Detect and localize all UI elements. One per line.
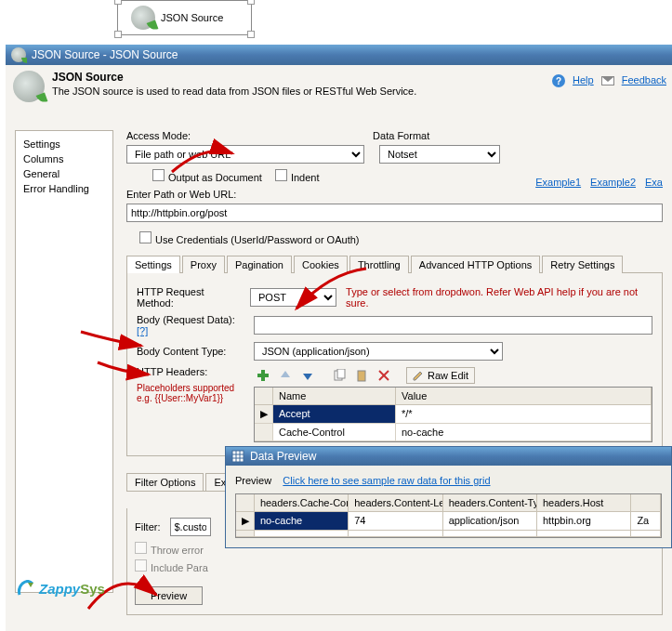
data-format-label: Data Format xyxy=(373,130,429,141)
json-source-icon xyxy=(13,71,45,102)
body-input xyxy=(254,316,652,335)
sidebar-item-error-handling[interactable]: Error Handling xyxy=(20,181,109,196)
feedback-link[interactable]: Feedback xyxy=(622,74,666,87)
preview-titlebar: Data Preview xyxy=(226,447,671,466)
pencil-icon xyxy=(413,370,424,381)
svg-rect-1 xyxy=(257,374,269,377)
help-link[interactable]: Help xyxy=(573,74,594,87)
filter-input[interactable] xyxy=(170,518,211,536)
example1-link[interactable]: Example1 xyxy=(535,177,581,188)
preview-button[interactable]: Preview xyxy=(135,586,203,605)
tab-retry[interactable]: Retry Settings xyxy=(542,256,623,273)
tab-advanced-http[interactable]: Advanced HTTP Options xyxy=(411,256,540,273)
grid-col-name[interactable]: Name xyxy=(273,388,396,405)
add-icon[interactable] xyxy=(254,366,272,385)
path-label: Enter Path or Web URL: xyxy=(126,189,236,200)
http-tabs: Settings Proxy Pagination Cookies Thrott… xyxy=(126,255,663,273)
mail-icon xyxy=(601,76,614,85)
placeholder-hint: Placeholders supported e.g. {{User::MyVa… xyxy=(137,383,244,403)
include-para-checkbox[interactable]: Include Para xyxy=(135,559,654,573)
component-tag[interactable]: JSON Source xyxy=(117,0,252,35)
preview-tab: Preview xyxy=(235,475,271,486)
json-source-icon xyxy=(11,47,26,62)
http-method-hint: Type or select from dropdwon. Refer Web … xyxy=(346,286,652,309)
filter-label: Filter: xyxy=(135,521,161,532)
tab-settings-body: HTTP Request Method: POST Type or select… xyxy=(126,273,663,456)
table-row[interactable]: ▶ no-cache 74 application/json httpbin.o… xyxy=(236,512,661,531)
window-titlebar: JSON Source - JSON Source xyxy=(6,45,672,65)
grid-col[interactable]: headers.Cache-Con xyxy=(255,494,349,512)
grid-col-rowheader xyxy=(236,494,255,512)
zappysys-logo: ZappySys xyxy=(17,580,105,597)
body-label: Body (Request Data): xyxy=(137,314,235,325)
header-title: JSON Source xyxy=(52,71,416,84)
preview-title: Data Preview xyxy=(250,450,316,463)
up-icon[interactable] xyxy=(276,366,295,385)
sidebar-item-settings[interactable]: Settings xyxy=(20,137,109,151)
path-input[interactable] xyxy=(126,204,663,222)
body-help-link[interactable]: [?] xyxy=(137,325,148,336)
svg-rect-4 xyxy=(358,371,365,381)
grid-icon xyxy=(231,450,244,463)
tab-settings[interactable]: Settings xyxy=(126,256,180,273)
tab-pagination[interactable]: Pagination xyxy=(227,256,292,273)
grid-col[interactable]: headers.Content-Le xyxy=(349,494,442,512)
data-preview-window: Data Preview Preview Click here to see s… xyxy=(225,446,672,548)
dialog-header: JSON Source The JSON source is used to r… xyxy=(6,65,672,117)
grid-col-rowheader xyxy=(255,388,273,405)
tab-throttling[interactable]: Throttling xyxy=(349,256,409,273)
tab-proxy[interactable]: Proxy xyxy=(182,256,225,273)
table-row[interactable]: Cache-Control no-cache xyxy=(255,424,652,441)
headers-grid: Name Value ▶ Accept */* Cache-Control no… xyxy=(254,387,652,442)
tab-filter-options[interactable]: Filter Options xyxy=(126,473,204,491)
preview-sample-link[interactable]: Click here to see sample raw data for th… xyxy=(283,475,490,486)
data-format-select[interactable]: Notset xyxy=(379,145,500,164)
copy-icon[interactable] xyxy=(330,366,349,385)
content-type-label: Body Content Type: xyxy=(137,346,244,357)
http-headers-label: HTTP Headers: xyxy=(137,366,244,377)
svg-rect-7 xyxy=(232,451,244,462)
indent-checkbox[interactable]: Indent xyxy=(275,169,320,183)
header-desc: The JSON source is used to read data fro… xyxy=(52,85,416,97)
down-icon[interactable] xyxy=(298,366,317,385)
grid-col[interactable]: headers.Host xyxy=(537,494,631,512)
grid-col[interactable] xyxy=(631,494,661,512)
content: Settings Columns General Error Handling … xyxy=(6,117,672,631)
use-credentials-checkbox[interactable]: Use Credentials (UserId/Password or OAut… xyxy=(139,231,359,245)
example3-link[interactable]: Exa xyxy=(645,177,663,188)
table-row xyxy=(236,531,661,537)
grid-col-value[interactable]: Value xyxy=(396,388,652,405)
sidebar-item-general[interactable]: General xyxy=(20,166,109,181)
component-title: JSON Source xyxy=(161,12,223,23)
sidebar-item-columns[interactable]: Columns xyxy=(20,151,109,166)
output-as-document-checkbox[interactable]: Output as Document xyxy=(152,169,262,183)
content-type-select[interactable]: JSON (application/json) xyxy=(254,342,503,361)
delete-icon[interactable] xyxy=(375,366,393,385)
preview-grid: headers.Cache-Con headers.Content-Le hea… xyxy=(235,493,662,538)
access-mode-label: Access Mode: xyxy=(126,130,191,141)
table-row[interactable]: ▶ Accept */* xyxy=(255,405,652,424)
paste-icon[interactable] xyxy=(352,366,371,385)
sidebar-nav: Settings Columns General Error Handling xyxy=(15,130,113,593)
svg-rect-3 xyxy=(337,369,345,378)
grid-col[interactable]: headers.Content-Ty xyxy=(443,494,537,512)
http-method-select[interactable]: POST xyxy=(250,288,336,307)
window-title: JSON Source - JSON Source xyxy=(32,48,178,61)
http-method-label: HTTP Request Method: xyxy=(137,286,241,309)
raw-edit-button[interactable]: Raw Edit xyxy=(406,367,475,384)
tab-cookies[interactable]: Cookies xyxy=(294,256,348,273)
example2-link[interactable]: Example2 xyxy=(590,177,636,188)
json-source-icon xyxy=(131,6,155,30)
access-mode-select[interactable]: File path or web URL xyxy=(126,145,364,164)
help-icon: ? xyxy=(552,74,565,87)
